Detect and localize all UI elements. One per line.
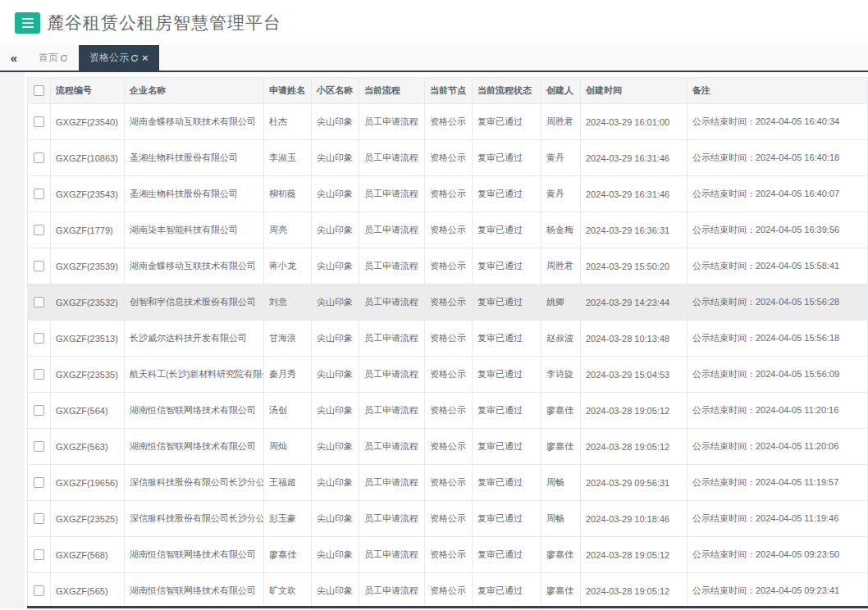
table-row[interactable]: GXGZF(23540)湖南金蝶移动互联技术有限公司杜杰尖山印象员工申请流程资格… — [28, 104, 868, 140]
select-all-checkbox[interactable] — [34, 85, 44, 96]
table-row[interactable]: GXGZF(23539)湖南金蝶移动互联技术有限公司蒋小龙尖山印象员工申请流程资… — [28, 248, 868, 285]
tabs-collapse-button[interactable]: « — [0, 45, 28, 71]
tab-home[interactable]: 首页 — [28, 45, 79, 71]
cell-remark: 公示结束时间：2024-04-05 15:56:28 — [688, 285, 868, 321]
cell-status: 复审已通过 — [473, 176, 541, 212]
cell-process_no: GXGZF(23532) — [51, 285, 125, 321]
cell-process_no: GXGZF(10863) — [51, 140, 125, 176]
cell-status: 复审已通过 — [473, 321, 541, 357]
row-checkbox[interactable] — [34, 116, 44, 127]
cell-flow: 员工申请流程 — [359, 465, 425, 501]
cell-created_at: 2024-03-28 19:05:12 — [581, 429, 688, 465]
table-row[interactable]: GXGZF(23513)长沙威尔达科技开发有限公司甘海浪尖山印象员工申请流程资格… — [28, 321, 868, 357]
cell-process_no: GXGZF(565) — [51, 573, 125, 609]
table-row[interactable]: GXGZF(564)湖南恒信智联网络技术有限公司汤创尖山印象员工申请流程资格公示… — [28, 393, 868, 429]
cell-company: 深信服科技股份有限公司长沙分公司 — [125, 501, 264, 537]
cell-flow: 员工申请流程 — [359, 176, 425, 212]
tab-qualification-publicity[interactable]: 资格公示 × — [79, 45, 159, 71]
cell-community: 尖山印象 — [312, 285, 359, 321]
row-checkbox-cell — [28, 248, 51, 285]
column-header-created_at: 创建时间 — [581, 78, 688, 104]
row-checkbox[interactable] — [34, 225, 44, 235]
column-header-node: 当前节点 — [425, 78, 473, 104]
cell-community: 尖山印象 — [312, 176, 359, 212]
cell-applicant: 李淑玉 — [264, 140, 312, 176]
cell-process_no: GXGZF(23543) — [51, 176, 125, 212]
cell-flow: 员工申请流程 — [359, 212, 425, 248]
cell-created_at: 2024-03-28 19:05:12 — [581, 573, 688, 609]
column-header-community: 小区名称 — [312, 78, 359, 104]
row-checkbox[interactable] — [34, 405, 44, 416]
close-icon[interactable]: × — [142, 52, 148, 63]
table-row[interactable]: GXGZF(568)湖南恒信智联网络技术有限公司廖嘉佳尖山印象员工申请流程资格公… — [28, 537, 868, 573]
cell-community: 尖山印象 — [312, 357, 359, 393]
row-checkbox[interactable] — [34, 261, 44, 271]
table-row[interactable]: GXGZF(10863)圣湘生物科技股份有限公司李淑玉尖山印象员工申请流程资格公… — [28, 140, 868, 176]
table-row[interactable]: GXGZF(1779)湖南柒丰智能科技有限公司周亮尖山印象员工申请流程资格公示复… — [28, 212, 868, 248]
row-checkbox[interactable] — [34, 297, 44, 307]
cell-process_no: GXGZF(563) — [51, 429, 125, 465]
cell-status: 复审已通过 — [473, 501, 541, 537]
cell-process_no: GXGZF(568) — [51, 537, 125, 573]
menu-toggle-button[interactable] — [15, 12, 40, 34]
cell-process_no: GXGZF(23513) — [51, 321, 125, 357]
cell-node: 资格公示 — [425, 501, 473, 537]
cell-company: 航天科工(长沙)新材料研究院有限公司 — [125, 357, 264, 393]
cell-applicant: 秦月秀 — [264, 357, 312, 393]
refresh-icon[interactable] — [130, 54, 139, 62]
cell-node: 资格公示 — [425, 573, 473, 609]
table-row[interactable]: GXGZF(23525)深信服科技股份有限公司长沙分公司彭玉豪尖山印象员工申请流… — [28, 501, 868, 537]
cell-node: 资格公示 — [425, 429, 473, 465]
cell-creator: 廖嘉佳 — [541, 429, 581, 465]
column-header-creator: 创建人 — [541, 78, 581, 104]
row-checkbox[interactable] — [34, 369, 44, 380]
cell-creator: 廖嘉佳 — [541, 393, 581, 429]
table-row[interactable]: GXGZF(563)湖南恒信智联网络技术有限公司周灿尖山印象员工申请流程资格公示… — [28, 429, 868, 465]
table-row[interactable]: GXGZF(19656)深信服科技股份有限公司长沙分公司王福超尖山印象员工申请流… — [28, 465, 868, 501]
cell-status: 复审已通过 — [473, 465, 541, 501]
cell-process_no: GXGZF(23535) — [51, 357, 125, 393]
row-checkbox[interactable] — [34, 189, 44, 199]
cell-flow: 员工申请流程 — [359, 140, 425, 176]
refresh-icon[interactable] — [60, 54, 68, 62]
row-checkbox[interactable] — [34, 152, 44, 163]
table-row[interactable]: GXGZF(23543)圣湘生物科技股份有限公司柳初薇尖山印象员工申请流程资格公… — [28, 176, 868, 212]
cell-company: 深信服科技股份有限公司长沙分公司 — [125, 465, 264, 501]
table-row[interactable]: GXGZF(23532)创智和宇信息技术股份有限公司刘意尖山印象员工申请流程资格… — [28, 285, 868, 321]
app-window: 麓谷租赁公租房智慧管理平台 « 首页 资格公示 × — [0, 0, 868, 610]
cell-created_at: 2024-03-29 10:18:46 — [581, 501, 688, 537]
row-checkbox-cell — [28, 104, 51, 140]
row-checkbox-cell — [28, 465, 51, 501]
row-checkbox[interactable] — [34, 333, 44, 344]
cell-company: 湖南恒信智联网络技术有限公司 — [125, 573, 264, 609]
row-checkbox[interactable] — [34, 477, 44, 488]
cell-company: 圣湘生物科技股份有限公司 — [125, 176, 264, 212]
cell-flow: 员工申请流程 — [359, 537, 425, 573]
content-area: 流程编号企业名称申请姓名小区名称当前流程当前节点当前流程状态创建人创建时间备注 … — [0, 72, 868, 608]
row-checkbox[interactable] — [34, 513, 44, 524]
row-checkbox[interactable] — [34, 585, 44, 596]
cell-applicant: 王福超 — [264, 465, 312, 501]
cell-community: 尖山印象 — [312, 429, 359, 465]
select-all-cell — [28, 78, 51, 104]
cell-process_no: GXGZF(1779) — [51, 212, 125, 248]
row-checkbox[interactable] — [34, 549, 44, 560]
table-row[interactable]: GXGZF(565)湖南恒信智联网络技术有限公司旷文欢尖山印象员工申请流程资格公… — [28, 573, 868, 609]
cell-company: 湖南柒丰智能科技有限公司 — [125, 212, 264, 248]
cell-flow: 员工申请流程 — [359, 573, 425, 609]
cell-status: 复审已通过 — [473, 248, 541, 285]
cell-status: 复审已通过 — [473, 104, 541, 140]
cell-community: 尖山印象 — [312, 212, 359, 248]
cell-creator: 黄丹 — [541, 176, 581, 212]
row-checkbox-cell — [28, 140, 51, 176]
row-checkbox[interactable] — [34, 441, 44, 452]
cell-node: 资格公示 — [425, 212, 473, 248]
cell-creator: 赵叔波 — [541, 321, 581, 357]
cell-creator: 周畅 — [541, 501, 581, 537]
row-checkbox-cell — [28, 537, 51, 573]
table-row[interactable]: GXGZF(23535)航天科工(长沙)新材料研究院有限公司秦月秀尖山印象员工申… — [28, 357, 868, 393]
column-header-flow: 当前流程 — [359, 78, 425, 104]
cell-node: 资格公示 — [425, 321, 473, 357]
cell-company: 湖南恒信智联网络技术有限公司 — [125, 429, 264, 465]
cell-node: 资格公示 — [425, 393, 473, 429]
